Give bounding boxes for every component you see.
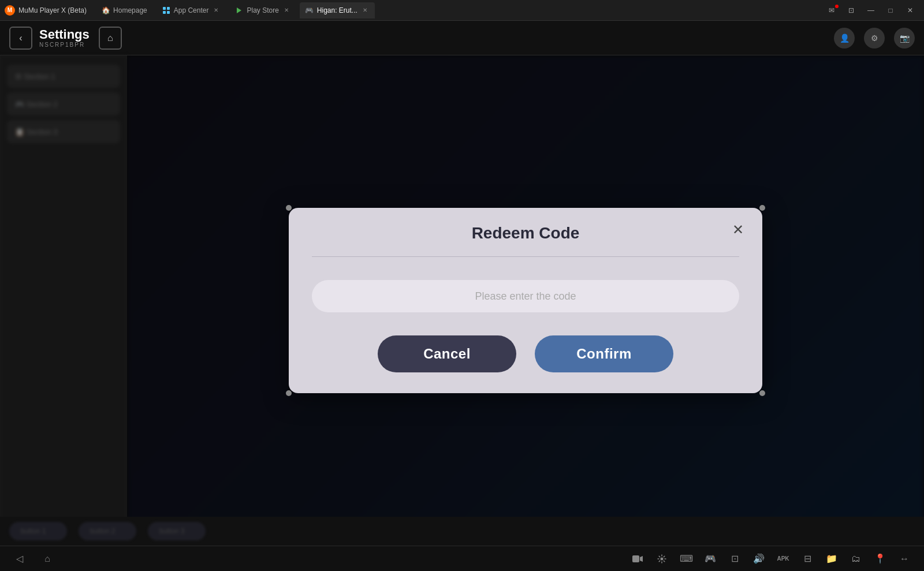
keyboard-icon[interactable]: ⌨ bbox=[678, 551, 694, 567]
dialog-title: Redeem Code bbox=[312, 224, 739, 242]
resize-handle-tr[interactable] bbox=[759, 205, 765, 211]
svg-point-7 bbox=[661, 557, 664, 560]
svg-marker-6 bbox=[640, 556, 643, 562]
bottom-bar-content: button 1 button 2 button 3 bbox=[0, 517, 924, 546]
collapse-icon[interactable]: ⊟ bbox=[799, 551, 815, 567]
title-bar-right: ✉ ⊡ — □ ✕ bbox=[822, 2, 919, 18]
back-button[interactable]: ‹ bbox=[9, 27, 32, 50]
settings-title-area: Settings NSCRP1BPR bbox=[39, 28, 90, 48]
game-area: ✕ Redeem Code Cancel Confirm bbox=[127, 55, 924, 546]
video-icon[interactable] bbox=[629, 551, 646, 567]
close-x-icon: ✕ bbox=[732, 222, 744, 238]
tab-play-store-close[interactable]: ✕ bbox=[282, 6, 290, 14]
svg-rect-5 bbox=[632, 555, 639, 562]
redeem-code-dialog: ✕ Redeem Code Cancel Confirm bbox=[289, 208, 762, 393]
svg-rect-3 bbox=[167, 11, 170, 14]
tab-app-center[interactable]: App Center ✕ bbox=[157, 2, 226, 18]
settings-bar: ‹ Settings NSCRP1BPR ⌂ 👤 ⚙ 📷 bbox=[0, 21, 924, 55]
expand-icon[interactable]: ↔ bbox=[896, 551, 912, 567]
tab-higan-label: Higan: Erut... bbox=[317, 6, 357, 14]
bottom-btn-1: button 1 bbox=[9, 522, 67, 540]
dialog-overlay: ✕ Redeem Code Cancel Confirm bbox=[127, 55, 924, 546]
restore-button[interactable]: ⊡ bbox=[842, 2, 860, 18]
code-input[interactable] bbox=[312, 280, 739, 312]
sidebar-item-1[interactable]: ⚙ Section 1 bbox=[7, 65, 120, 88]
playstore-tab-icon bbox=[235, 6, 243, 14]
resize-handle-br[interactable] bbox=[759, 390, 765, 396]
bottom-btn-3: button 3 bbox=[148, 522, 206, 540]
taskbar-right: ⌨ 🎮 ⊡ 🔊 APK ⊟ 📁 🗂 📍 ↔ bbox=[629, 551, 912, 567]
tab-app-center-close[interactable]: ✕ bbox=[212, 6, 220, 14]
taskbar-left: ◁ ⌂ bbox=[12, 551, 55, 567]
title-bar-left: M MuMu Player X (Beta) 🏠 Homepage App Ce… bbox=[5, 2, 822, 18]
code-input-wrapper bbox=[312, 280, 739, 312]
taskbar: ◁ ⌂ ⌨ 🎮 ⊡ 🔊 APK ⊟ 📁 🗂 📍 ↔ bbox=[0, 546, 924, 571]
apk-icon[interactable]: APK bbox=[775, 551, 791, 567]
resize-handle-bl[interactable] bbox=[286, 390, 292, 396]
svg-marker-4 bbox=[237, 8, 241, 13]
controller-icon[interactable]: 🎮 bbox=[702, 551, 718, 567]
app-icon: M bbox=[5, 5, 15, 16]
volume-icon[interactable]: 🔊 bbox=[751, 551, 767, 567]
resize-taskbar-icon[interactable]: ⊡ bbox=[726, 551, 743, 567]
home-nav-icon[interactable]: ⌂ bbox=[39, 551, 55, 567]
bottom-btn-2: button 2 bbox=[79, 522, 136, 540]
dialog-buttons: Cancel Confirm bbox=[312, 335, 739, 372]
app-title: MuMu Player X (Beta) bbox=[18, 6, 87, 14]
resize-handle-tl[interactable] bbox=[286, 205, 292, 211]
cancel-button[interactable]: Cancel bbox=[378, 335, 516, 372]
tab-play-store-label: Play Store bbox=[247, 6, 278, 14]
maximize-button[interactable]: □ bbox=[881, 2, 900, 18]
appcenter-tab-icon bbox=[162, 6, 170, 14]
screenshot-icon[interactable]: 📷 bbox=[894, 28, 915, 48]
settings-icon[interactable]: ⚙ bbox=[864, 28, 885, 48]
sidebar: ⚙ Section 1 🎮 Section 2 📋 Section 3 bbox=[0, 55, 127, 546]
settings-title: Settings bbox=[39, 28, 90, 42]
home-button[interactable]: ⌂ bbox=[99, 27, 122, 50]
tab-higan-close[interactable]: ✕ bbox=[361, 6, 369, 14]
dialog-close-button[interactable]: ✕ bbox=[728, 219, 748, 240]
minimize-button[interactable]: — bbox=[862, 2, 880, 18]
folder-icon[interactable]: 📁 bbox=[824, 551, 840, 567]
svg-rect-1 bbox=[167, 7, 170, 10]
back-nav-icon[interactable]: ◁ bbox=[12, 551, 28, 567]
location-icon[interactable]: 📍 bbox=[872, 551, 888, 567]
settings-subtitle: NSCRP1BPR bbox=[39, 42, 90, 48]
tab-homepage-label: Homepage bbox=[113, 6, 147, 14]
files-icon[interactable]: 🗂 bbox=[848, 551, 864, 567]
homepage-tab-icon: 🏠 bbox=[102, 6, 110, 14]
sidebar-item-3[interactable]: 📋 Section 3 bbox=[7, 120, 120, 143]
svg-rect-2 bbox=[163, 11, 166, 14]
mail-button[interactable]: ✉ bbox=[822, 2, 841, 18]
tab-app-center-label: App Center bbox=[174, 6, 209, 14]
settings-taskbar-icon[interactable] bbox=[654, 551, 670, 567]
settings-right-icons: 👤 ⚙ 📷 bbox=[834, 28, 915, 48]
tab-higan[interactable]: 🎮 Higan: Erut... ✕ bbox=[300, 2, 375, 18]
main-content: ⚙ Section 1 🎮 Section 2 📋 Section 3 ✕ Re… bbox=[0, 55, 924, 546]
user-icon[interactable]: 👤 bbox=[834, 28, 855, 48]
dialog-divider bbox=[312, 256, 739, 257]
tab-homepage[interactable]: 🏠 Homepage bbox=[96, 2, 153, 18]
confirm-button[interactable]: Confirm bbox=[535, 335, 673, 372]
sidebar-item-2[interactable]: 🎮 Section 2 bbox=[7, 92, 120, 115]
close-button[interactable]: ✕ bbox=[901, 2, 919, 18]
svg-rect-0 bbox=[163, 7, 166, 10]
title-bar: M MuMu Player X (Beta) 🏠 Homepage App Ce… bbox=[0, 0, 924, 21]
higan-tab-icon: 🎮 bbox=[305, 6, 314, 14]
tab-play-store[interactable]: Play Store ✕ bbox=[229, 2, 296, 18]
